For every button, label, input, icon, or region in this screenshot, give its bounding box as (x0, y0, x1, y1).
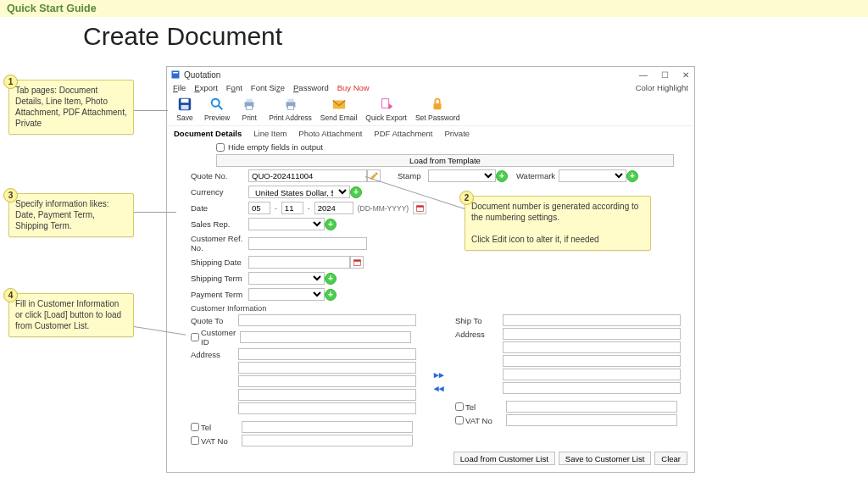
menu-export[interactable]: Export (194, 83, 217, 92)
add-currency-button[interactable] (350, 186, 362, 198)
add-salesrep-button[interactable] (325, 219, 337, 230)
app-window: Quotation — ☐ ✕ File Export Font Font Si… (166, 66, 695, 473)
ship-term-select[interactable] (248, 272, 325, 285)
add-shipterm-button[interactable] (325, 273, 337, 285)
ship-to-column: Ship To Address Tel VAT No (455, 314, 687, 448)
tab-line-item[interactable]: Line Item (253, 129, 287, 138)
address-2-input[interactable] (238, 362, 416, 374)
send-email-button[interactable]: Send Email (317, 95, 360, 124)
tab-private[interactable]: Private (445, 129, 470, 138)
add-stamp-button[interactable] (496, 170, 508, 182)
ship-date-input[interactable] (248, 256, 350, 269)
menu-file[interactable]: File (173, 83, 186, 92)
callout-badge-3: 3 (3, 188, 18, 202)
svg-rect-11 (287, 106, 293, 110)
vat-input[interactable] (242, 435, 413, 446)
callout-badge-2: 2 (459, 191, 474, 205)
quote-no-input[interactable] (248, 169, 367, 182)
address-4-input[interactable] (238, 389, 416, 401)
preview-button[interactable]: Preview (201, 95, 233, 124)
date-day-input[interactable] (248, 202, 270, 214)
customer-id-checkbox[interactable] (191, 333, 199, 341)
pay-term-select[interactable] (248, 288, 325, 301)
print-address-button[interactable]: Print Address (265, 95, 315, 124)
minimize-button[interactable]: — (637, 70, 649, 80)
date-year-input[interactable] (314, 202, 353, 214)
ship-address-2-input[interactable] (503, 341, 681, 353)
maximize-button[interactable]: ☐ (659, 70, 670, 80)
svg-rect-1 (173, 72, 178, 74)
svg-rect-4 (181, 105, 189, 109)
label-pay-term: Payment Term (191, 290, 248, 299)
print-button[interactable]: Print (235, 95, 264, 124)
close-button[interactable]: ✕ (681, 70, 691, 80)
customer-id-input[interactable] (240, 331, 411, 343)
tab-document-details[interactable]: Document Details (174, 129, 242, 138)
callout-badge-4: 4 (3, 288, 18, 302)
ship-vat-input[interactable] (506, 414, 677, 426)
cust-ref-input[interactable] (248, 237, 367, 250)
quick-export-button[interactable]: Quick Export (362, 95, 410, 124)
menubar: File Export Font Font Size Password Buy … (167, 82, 694, 93)
menu-font[interactable]: Font (226, 83, 242, 92)
svg-rect-12 (287, 99, 293, 103)
tab-pdf-attachment[interactable]: PDF Attachment (374, 129, 432, 138)
clear-button[interactable]: Clear (654, 452, 687, 465)
menu-highlight[interactable]: Color Highlight (636, 83, 688, 92)
ship-to-input[interactable] (503, 314, 681, 326)
label-sales-rep: Sales Rep. (191, 219, 248, 229)
print-address-label: Print Address (269, 114, 312, 122)
watermark-select[interactable] (559, 169, 626, 182)
label-ship-vat: VAT No (465, 416, 506, 425)
ship-address-5-input[interactable] (503, 382, 681, 394)
set-password-button[interactable]: Set Password (412, 95, 463, 124)
add-watermark-button[interactable] (626, 170, 638, 182)
email-icon (331, 97, 347, 112)
hide-empty-label: Hide empty fields in output (228, 142, 323, 152)
save-button[interactable]: Save (170, 95, 199, 124)
date-sep2: - (308, 204, 310, 213)
app-icon (170, 69, 181, 80)
label-quote-no: Quote No. (191, 171, 248, 180)
load-customer-button[interactable]: Load from Customer List (453, 452, 555, 465)
lock-icon (430, 97, 445, 112)
label-stamp: Stamp (398, 171, 428, 180)
stamp-select[interactable] (428, 169, 496, 182)
menu-password[interactable]: Password (293, 83, 329, 92)
address-3-input[interactable] (238, 375, 416, 387)
hide-empty-checkbox[interactable] (216, 143, 225, 152)
ship-address-4-input[interactable] (503, 369, 681, 380)
address-1-input[interactable] (238, 348, 416, 360)
calendar-button[interactable] (413, 202, 426, 214)
sales-rep-select[interactable] (248, 218, 325, 230)
add-payterm-button[interactable] (325, 289, 337, 301)
ship-address-1-input[interactable] (503, 328, 681, 340)
ship-date-calendar[interactable] (350, 256, 364, 269)
copy-left-icon[interactable]: ◂◂ (434, 383, 444, 394)
address-5-input[interactable] (238, 402, 416, 414)
copy-right-icon[interactable]: ▸▸ (434, 369, 444, 380)
quote-to-input[interactable] (238, 314, 416, 326)
ship-tel-checkbox[interactable] (455, 402, 464, 411)
print-address-icon (283, 97, 298, 112)
menu-fontsize[interactable]: Font Size (251, 83, 285, 92)
currency-select[interactable]: United States Dollar, $ (248, 186, 350, 198)
label-watermark: Watermark (516, 171, 559, 180)
ship-vat-checkbox[interactable] (455, 416, 464, 424)
menu-buy[interactable]: Buy Now (337, 83, 370, 92)
titlebar: Quotation — ☐ ✕ (167, 67, 694, 82)
tel-input[interactable] (242, 421, 413, 433)
label-ship-address: Address (455, 330, 503, 339)
tel-checkbox[interactable] (191, 423, 199, 431)
page-title: Create Document (83, 22, 868, 51)
callout-customer: 4 Fill in Customer Information or click … (8, 293, 134, 337)
label-tel: Tel (201, 423, 242, 432)
date-month-input[interactable] (281, 202, 303, 214)
save-icon (177, 97, 192, 112)
vat-checkbox[interactable] (191, 436, 199, 445)
tab-photo-attachment[interactable]: Photo Attachment (298, 129, 362, 138)
load-template-button[interactable]: Load from Template (216, 154, 674, 167)
save-customer-button[interactable]: Save to Customer List (559, 452, 651, 465)
ship-address-3-input[interactable] (503, 355, 681, 367)
ship-tel-input[interactable] (506, 401, 677, 413)
